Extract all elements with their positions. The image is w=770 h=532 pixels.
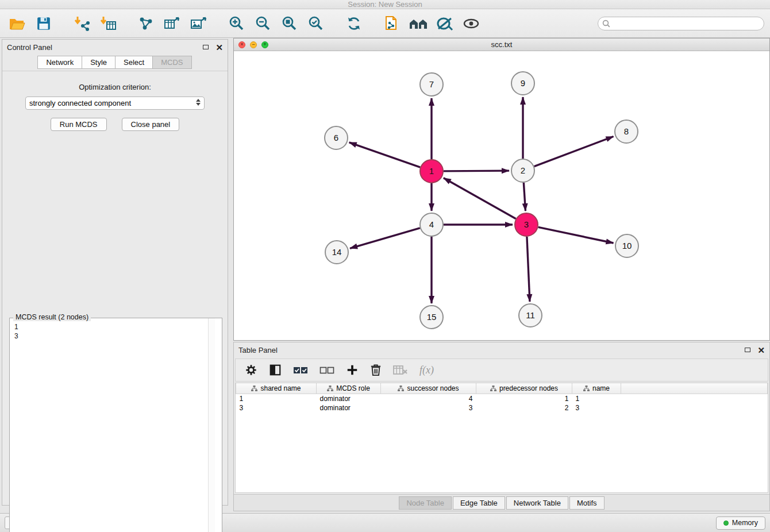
tab-node-table[interactable]: Node Table — [399, 496, 452, 510]
new-network-icon — [138, 16, 154, 32]
network-canvas[interactable]: 7968124314101511 — [234, 51, 769, 340]
graph-edge-1-6[interactable] — [349, 142, 421, 167]
table-cell[interactable]: 1 — [572, 394, 621, 404]
zoom-fit-icon — [282, 16, 298, 32]
table-cell-filler — [621, 394, 768, 404]
table-cell[interactable]: dominator — [317, 403, 381, 413]
table-cell-filler — [621, 403, 768, 413]
import-network-icon — [73, 16, 90, 32]
table-cell[interactable]: 4 — [381, 394, 476, 404]
tab-network[interactable]: Network — [37, 56, 82, 69]
graph-node-7[interactable]: 7 — [420, 73, 443, 96]
first-neighbors-button[interactable] — [407, 12, 430, 35]
table-row[interactable]: 1dominator411 — [236, 394, 768, 404]
graph-node-10[interactable]: 10 — [615, 234, 638, 257]
control-panel: Control Panel ✕ NetworkStyleSelectMCDS O… — [2, 39, 228, 506]
close-table-panel-icon[interactable]: ✕ — [757, 346, 765, 354]
control-panel-title: Control Panel — [7, 43, 52, 52]
column-visibility-button[interactable] — [269, 364, 282, 376]
tab-style[interactable]: Style — [82, 56, 116, 69]
table-cell[interactable]: dominator — [317, 394, 381, 404]
zoom-fit-button[interactable] — [278, 12, 301, 35]
graph-node-label: 8 — [624, 126, 629, 136]
import-table-icon — [99, 16, 117, 32]
memory-button[interactable]: Memory — [716, 516, 765, 530]
table-cell[interactable]: 3 — [236, 403, 317, 413]
tab-mcds[interactable]: MCDS — [152, 56, 191, 69]
export-table-button[interactable] — [161, 12, 184, 35]
close-panel-icon[interactable]: ✕ — [215, 43, 223, 52]
graph-edge-2-3[interactable] — [523, 183, 525, 211]
search-input[interactable] — [598, 17, 764, 30]
graph-node-2[interactable]: 2 — [511, 159, 534, 182]
graph-edge-3-1[interactable] — [444, 178, 516, 219]
paint-mapping-button[interactable] — [433, 12, 456, 35]
graph-edge-3-11[interactable] — [527, 237, 530, 302]
table-settings-button[interactable] — [245, 364, 257, 376]
column-header-shared-name[interactable]: shared name — [236, 383, 317, 394]
graph-node-4[interactable]: 4 — [420, 213, 443, 236]
paint-mapping-icon — [436, 16, 453, 31]
zoom-selected-button[interactable] — [305, 12, 328, 35]
zoom-out-icon — [255, 16, 271, 32]
network-window-titlebar: × – + scc.txt — [234, 38, 769, 51]
table-cell[interactable]: 3 — [572, 403, 621, 413]
mcds-result-box: MCDS result (2 nodes) 13 — [9, 318, 222, 532]
tab-network-table[interactable]: Network Table — [506, 496, 568, 510]
delete-column-button[interactable] — [370, 364, 382, 376]
float-panel-icon[interactable] — [203, 45, 209, 49]
column-header-predecessor-nodes[interactable]: predecessor nodes — [476, 383, 572, 394]
graph-node-label: 2 — [521, 165, 525, 175]
graph-edge-2-8[interactable] — [534, 136, 614, 166]
optimization-criterion-select[interactable]: strongly connected component — [25, 97, 205, 110]
zoom-out-button[interactable] — [252, 12, 275, 35]
deselect-all-button[interactable] — [319, 365, 334, 375]
graph-node-label: 11 — [526, 310, 535, 320]
new-network-button[interactable] — [134, 12, 157, 35]
graph-node-1[interactable]: 1 — [420, 160, 443, 183]
clone-network-button[interactable] — [380, 12, 403, 35]
refresh-button[interactable] — [342, 12, 365, 35]
open-session-button[interactable] — [6, 12, 29, 35]
run-mcds-button[interactable]: Run MCDS — [51, 118, 107, 131]
graph-node-9[interactable]: 9 — [511, 72, 534, 95]
tab-motifs[interactable]: Motifs — [569, 496, 605, 510]
float-table-panel-icon[interactable] — [745, 348, 750, 352]
graph-node-11[interactable]: 11 — [519, 304, 542, 327]
graph-edge-1-2[interactable] — [444, 171, 509, 171]
graph-node-15[interactable]: 15 — [420, 306, 443, 329]
search-icon — [602, 20, 610, 30]
delete-table-button[interactable] — [393, 365, 408, 375]
column-header-name[interactable]: name — [572, 383, 621, 394]
graph-edge-3-10[interactable] — [538, 227, 614, 243]
tab-edge-table[interactable]: Edge Table — [453, 496, 505, 510]
graph-edge-4-14[interactable] — [350, 228, 420, 248]
table-cell[interactable]: 1 — [236, 394, 317, 404]
save-session-button[interactable] — [32, 12, 55, 35]
function-builder-button[interactable]: f(x) — [419, 364, 434, 376]
graph-node-label: 10 — [622, 241, 632, 250]
tab-select[interactable]: Select — [115, 56, 153, 69]
select-all-button[interactable] — [293, 365, 308, 375]
main-toolbar — [0, 9, 770, 38]
graph-node-14[interactable]: 14 — [325, 241, 348, 264]
column-header-successor-nodes[interactable]: successor nodes — [381, 383, 476, 394]
add-column-button[interactable] — [346, 364, 359, 376]
graph-node-label: 1 — [429, 166, 434, 176]
show-hide-button[interactable] — [460, 12, 483, 35]
import-network-button[interactable] — [70, 12, 93, 35]
graph-node-8[interactable]: 8 — [615, 120, 638, 143]
graph-node-6[interactable]: 6 — [325, 126, 348, 149]
table-cell[interactable]: 2 — [476, 403, 572, 413]
export-image-button[interactable] — [187, 12, 210, 35]
graph-node-3[interactable]: 3 — [515, 213, 538, 236]
close-panel-button[interactable]: Close panel — [122, 118, 180, 131]
zoom-in-button[interactable] — [225, 12, 248, 35]
table-row[interactable]: 3dominator323 — [236, 403, 768, 413]
result-scrollbar[interactable] — [208, 318, 215, 532]
table-cell[interactable]: 3 — [381, 403, 476, 413]
table-cell[interactable]: 1 — [476, 394, 572, 404]
column-header-MCDS-role[interactable]: MCDS role — [317, 383, 381, 394]
result-line: 3 — [14, 331, 217, 341]
import-table-button[interactable] — [97, 12, 120, 35]
